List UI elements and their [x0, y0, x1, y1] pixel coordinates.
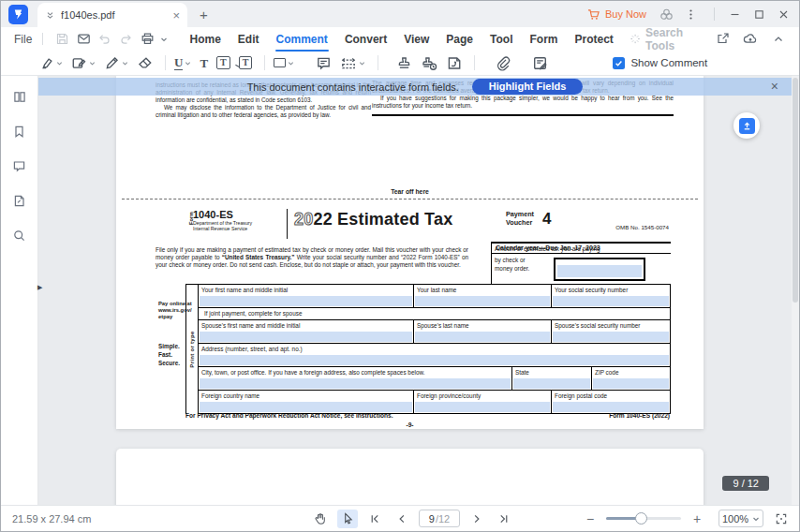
highlight-tool[interactable] — [38, 55, 63, 71]
amount-field-highlight[interactable] — [557, 265, 642, 277]
cloud-upload-icon[interactable] — [739, 29, 762, 50]
text-comment-tool[interactable]: T — [200, 57, 208, 69]
highlight-dropdown-icon[interactable] — [56, 60, 63, 66]
thumbnails-panel-icon[interactable] — [12, 90, 27, 104]
last-name-input[interactable] — [415, 296, 550, 306]
menu-tab-edit[interactable]: Edit — [230, 29, 268, 50]
foreign-postal-input[interactable] — [553, 402, 669, 412]
document-tab[interactable]: f1040es.pdf × — [37, 3, 187, 27]
foreign-province-input[interactable] — [415, 402, 550, 412]
more-menu-icon[interactable] — [685, 8, 697, 21]
collapse-toolbar-icon[interactable] — [767, 29, 790, 50]
callout-tool[interactable]: T — [239, 56, 253, 69]
pencil-tool[interactable] — [104, 55, 128, 71]
menu-tab-form[interactable]: Form — [521, 29, 566, 50]
hand-tool[interactable] — [310, 510, 331, 528]
promo-icon[interactable] — [659, 7, 674, 22]
comment-list-button[interactable] — [532, 55, 548, 71]
spouse-ssn-input[interactable] — [553, 332, 669, 342]
print-dropdown-icon[interactable] — [157, 36, 170, 43]
zoom-level: 100% — [722, 513, 748, 525]
quick-upload-button[interactable] — [733, 112, 760, 139]
menu-tab-tool[interactable]: Tool — [481, 29, 521, 50]
undo-icon[interactable] — [95, 29, 116, 50]
notification-close-icon[interactable]: × — [771, 79, 778, 94]
zoom-out-button[interactable]: − — [582, 511, 599, 526]
save-icon[interactable] — [52, 29, 73, 50]
tab-close-icon[interactable]: × — [172, 9, 180, 22]
search-tools-button[interactable]: Search Tools — [630, 26, 711, 52]
document-viewport[interactable]: instructions must be retained as long as… — [38, 76, 799, 505]
next-page-button[interactable] — [467, 510, 487, 528]
expand-panel-arrow[interactable]: ▶ — [37, 284, 42, 291]
stamp-tool[interactable] — [396, 55, 412, 71]
menu-tab-page[interactable]: Page — [437, 29, 481, 50]
maximize-button[interactable] — [747, 3, 771, 25]
eraser-tool[interactable] — [137, 55, 153, 71]
tab-chevrons-icon[interactable] — [45, 10, 55, 21]
amount-section-divider — [491, 254, 492, 284]
vertical-scrollbar[interactable] — [792, 76, 799, 505]
text-box-tool[interactable]: T — [216, 56, 230, 69]
underline-tool[interactable]: U — [174, 56, 191, 70]
highlight-fields-button[interactable]: Highlight Fields — [472, 79, 584, 95]
menu-tab-comment[interactable]: Comment — [268, 29, 336, 50]
underline-dropdown-icon[interactable] — [185, 60, 191, 66]
zoom-level-select[interactable]: 100% — [719, 510, 763, 527]
field-label: ZIP code — [592, 367, 670, 378]
spouse-last-name-input[interactable] — [415, 332, 550, 342]
area-highlight-tool[interactable] — [71, 55, 96, 71]
search-panel-icon[interactable] — [12, 229, 26, 243]
zip-input[interactable] — [593, 378, 669, 389]
address-input[interactable] — [200, 355, 669, 365]
custom-stamp-tool[interactable] — [421, 55, 437, 71]
shape-dropdown-icon[interactable] — [288, 60, 294, 66]
foreign-country-input[interactable] — [200, 402, 412, 412]
minimize-button[interactable] — [722, 3, 747, 25]
spouse-first-name-input[interactable] — [200, 332, 412, 342]
zoom-slider[interactable] — [606, 517, 681, 520]
state-input[interactable] — [513, 378, 590, 389]
previous-page-button[interactable] — [392, 510, 412, 528]
area-highlight-dropdown-icon[interactable] — [89, 60, 96, 66]
bookmarks-panel-icon[interactable] — [12, 125, 26, 139]
current-page: 9 — [429, 513, 435, 525]
redo-icon[interactable] — [115, 29, 137, 50]
attachment-panel-icon[interactable] — [12, 194, 26, 208]
zoom-in-button[interactable]: + — [689, 511, 705, 526]
statusbar: 21.59 x 27.94 cm 9 /12 — [1, 505, 799, 531]
close-window-button[interactable] — [771, 3, 795, 25]
sticky-note-tool[interactable] — [316, 55, 332, 71]
pencil-dropdown-icon[interactable] — [122, 60, 128, 66]
show-comment-checkbox[interactable] — [613, 57, 625, 69]
city-input[interactable] — [200, 378, 511, 389]
attachment-tool[interactable] — [495, 55, 511, 71]
buy-now-button[interactable]: Buy Now — [587, 8, 646, 21]
select-tool[interactable] — [337, 510, 358, 528]
zoom-slider-knob[interactable] — [635, 512, 647, 525]
fit-screen-button[interactable] — [775, 512, 788, 525]
menu-tab-convert[interactable]: Convert — [336, 29, 395, 50]
show-comment-toggle[interactable]: Show Comment — [613, 57, 707, 69]
last-page-button[interactable] — [494, 510, 514, 528]
menu-tab-view[interactable]: View — [395, 29, 437, 50]
menu-tab-home[interactable]: Home — [182, 29, 230, 50]
share-icon[interactable] — [711, 29, 733, 50]
measure-tool[interactable] — [340, 55, 365, 71]
scrollbar-thumb[interactable] — [793, 78, 798, 303]
comments-panel-icon[interactable] — [12, 159, 26, 173]
print-icon[interactable] — [137, 29, 158, 50]
menu-file[interactable]: File — [14, 33, 32, 46]
email-icon[interactable] — [73, 29, 95, 50]
new-tab-button[interactable]: + — [200, 7, 208, 22]
amount-input-box[interactable] — [554, 258, 645, 281]
shape-tool[interactable] — [274, 58, 294, 67]
sticker-tool[interactable] — [446, 55, 462, 71]
page-number-input[interactable]: 9 /12 — [419, 510, 460, 527]
menu-tab-protect[interactable]: Protect — [566, 29, 621, 50]
ssn-input[interactable] — [553, 296, 669, 306]
selling-points: Simple. Fast. Secure. — [158, 342, 180, 367]
first-page-button[interactable] — [364, 510, 385, 528]
first-name-input[interactable] — [200, 296, 412, 306]
measure-dropdown-icon[interactable] — [359, 60, 365, 66]
